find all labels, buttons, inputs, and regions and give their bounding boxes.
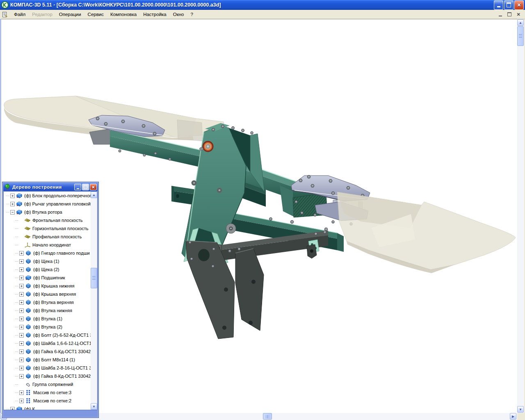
scroll-right-button[interactable]: ▶: [510, 413, 516, 420]
tree-item[interactable]: +(ф) Болт (2)-6-52-Кд-ОСТ1 3: [4, 331, 91, 339]
tree-panel-titlebar[interactable]: Дерево построения ✕: [3, 183, 98, 191]
tree-item[interactable]: −(ф) Втулка ротора: [4, 208, 91, 216]
expand-plus-icon[interactable]: +: [10, 407, 15, 410]
tree-item-label: (ф) Гайка 6-Кд-ОСТ1 33042: [33, 349, 91, 354]
restore-button[interactable]: [504, 0, 514, 10]
tree-item[interactable]: +(ф) Рычаг управления головкой: [4, 200, 91, 208]
main-vertical-scrollbar[interactable]: ▲ ▼: [517, 19, 524, 413]
vertical-scroll-thumb[interactable]: [517, 26, 524, 46]
expand-plus-icon[interactable]: +: [19, 308, 24, 313]
tree-item[interactable]: +(ф) Втулка (2): [4, 323, 91, 331]
tree-vertical-scrollbar[interactable]: ▲ ▼: [91, 192, 97, 410]
mdi-minimize-button[interactable]: [497, 11, 504, 17]
tree-connector: [15, 352, 18, 352]
tree-scroll-up-button[interactable]: ▲: [91, 192, 97, 198]
tree-item-label: Фронтальная плоскость: [32, 218, 83, 223]
menu-1[interactable]: Файл: [11, 11, 29, 18]
part-icon: [25, 332, 32, 338]
close-button[interactable]: ✕: [514, 0, 524, 10]
tree-item-label: Начало координат: [32, 242, 71, 247]
tree-item[interactable]: +(ф) К: [4, 405, 91, 410]
expand-plus-icon[interactable]: +: [10, 194, 15, 198]
panel-restore-button[interactable]: [82, 184, 89, 190]
tree-item[interactable]: +(ф) Блок продольно-поперечног: [4, 192, 91, 200]
tree-item[interactable]: +(ф) Шайба 2-8-16-Ц-ОСТ1 3: [4, 364, 91, 372]
part-icon: [25, 324, 32, 330]
tree-item[interactable]: +Массив по сетке:2: [4, 397, 91, 405]
expand-plus-icon[interactable]: +: [19, 251, 24, 256]
tree-item[interactable]: +(ф) Крышка верхняя: [4, 290, 91, 298]
menu-7[interactable]: Окно: [170, 11, 187, 18]
tree-item[interactable]: Группа сопряжений: [4, 380, 91, 388]
expand-plus-icon[interactable]: +: [19, 349, 24, 354]
menu-3[interactable]: Операции: [56, 11, 84, 18]
document-system-icon[interactable]: [2, 11, 8, 18]
tree-item[interactable]: +(ф) Втулка верхняя: [4, 298, 91, 306]
tree-item[interactable]: +Массив по сетке:3: [4, 388, 91, 397]
tree-connector: [15, 401, 18, 401]
tree-item[interactable]: Начало координат: [4, 241, 91, 249]
tree-item[interactable]: Профильная плоскость: [4, 233, 91, 241]
tree-connector: [15, 376, 18, 377]
scroll-up-button[interactable]: ▲: [517, 19, 524, 26]
mdi-close-button[interactable]: ✕: [515, 11, 522, 17]
tree-item[interactable]: +(ф) Втулка (1): [4, 315, 91, 323]
mdi-restore-icon: [507, 12, 511, 16]
tree-item[interactable]: +(ф) Шайба 1,6-6-12-Ц-ОСТ1: [4, 339, 91, 347]
menu-5[interactable]: Компоновка: [107, 11, 140, 18]
panel-close-button[interactable]: ✕: [90, 184, 97, 190]
tree-connector: [15, 393, 18, 393]
tree-item[interactable]: Горизонтальная плоскость: [4, 224, 91, 233]
expand-plus-icon[interactable]: +: [19, 390, 24, 395]
tree-item-label: (ф) Блок продольно-поперечног: [24, 193, 91, 198]
expand-plus-icon[interactable]: +: [19, 366, 24, 370]
menu-8[interactable]: ?: [187, 11, 196, 18]
tree-vertical-scroll-thumb[interactable]: [91, 268, 97, 288]
tree-item[interactable]: +(ф) Втулка нижняя: [4, 306, 91, 315]
panel-minimize-button[interactable]: [74, 184, 81, 190]
tree-connector: [15, 237, 18, 237]
tree-item-label: (ф) Втулка верхняя: [33, 300, 74, 305]
restore-icon: [507, 2, 511, 7]
menu-6[interactable]: Настройка: [140, 11, 170, 18]
app-logo-icon[interactable]: [1, 1, 9, 9]
tree-scroll-down-button[interactable]: ▼: [91, 403, 97, 410]
tree-item[interactable]: +(ф) Щека (1): [4, 257, 91, 265]
expand-plus-icon[interactable]: +: [19, 267, 24, 272]
tree-item[interactable]: +(ф) Гайка 8-Кд-ОСТ1 33042: [4, 372, 91, 380]
tree-item-label: (ф) Щека (1): [33, 259, 59, 264]
expand-plus-icon[interactable]: +: [10, 202, 15, 206]
expand-plus-icon[interactable]: +: [19, 399, 24, 403]
mdi-restore-button[interactable]: [506, 11, 513, 17]
expand-plus-icon[interactable]: +: [19, 292, 24, 297]
tree-item[interactable]: +(ф) Гнездо главного подши: [4, 249, 91, 257]
expand-plus-icon[interactable]: +: [19, 317, 24, 321]
scroll-down-button[interactable]: ▼: [517, 406, 524, 413]
tree-item[interactable]: +(ф) Крышка нижняя: [4, 282, 91, 290]
tree-item[interactable]: +(ф) Щека (2): [4, 265, 91, 274]
expand-plus-icon[interactable]: +: [19, 341, 24, 346]
tree-item[interactable]: +(ф) Подшипник: [4, 274, 91, 282]
tree-item[interactable]: Фронтальная плоскость: [4, 216, 91, 224]
tree-item-label: (ф) Крышка верхняя: [33, 292, 76, 297]
expand-plus-icon[interactable]: +: [19, 300, 24, 305]
tree-item-label: (ф) Втулка (2): [33, 324, 62, 329]
tree-connector: [15, 269, 18, 270]
tree-item-label: (ф) Гнездо главного подши: [33, 251, 90, 256]
horizontal-scroll-thumb[interactable]: [263, 413, 272, 420]
expand-plus-icon[interactable]: +: [19, 284, 24, 288]
expand-plus-icon[interactable]: +: [19, 374, 24, 379]
expand-plus-icon[interactable]: +: [19, 358, 24, 362]
assembly-icon: [16, 201, 23, 207]
collapse-minus-icon[interactable]: −: [10, 210, 15, 215]
array-icon: [25, 397, 32, 404]
expand-plus-icon[interactable]: +: [19, 333, 24, 338]
expand-plus-icon[interactable]: +: [19, 259, 24, 264]
expand-plus-icon[interactable]: +: [19, 276, 24, 280]
minimize-button[interactable]: [494, 0, 503, 10]
tree-item[interactable]: +(ф) Болт М8х114 (1): [4, 356, 91, 364]
tree-item[interactable]: +(ф) Гайка 6-Кд-ОСТ1 33042: [4, 347, 91, 356]
expand-plus-icon[interactable]: +: [19, 325, 24, 329]
menu-4[interactable]: Сервис: [84, 11, 107, 18]
construction-tree-panel: Дерево построения ✕ +(ф) Блок продольно-…: [2, 182, 99, 418]
